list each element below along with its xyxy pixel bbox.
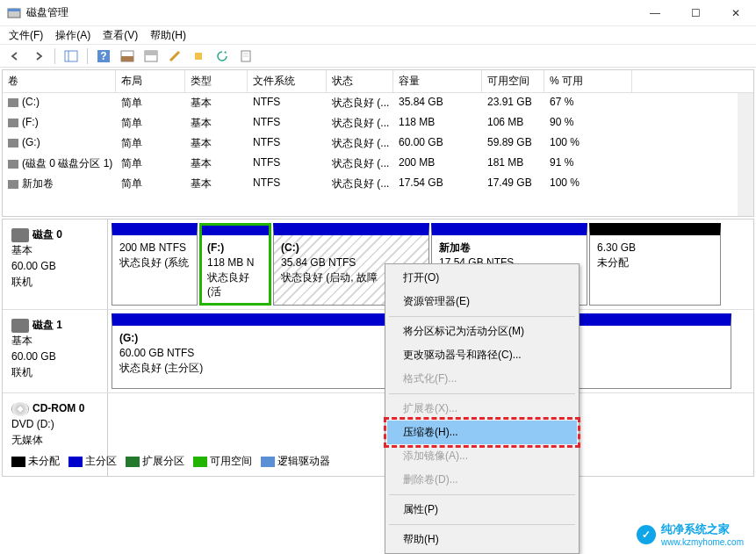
disk-icon xyxy=(11,228,29,242)
action2-button[interactable] xyxy=(189,47,208,66)
col-volume[interactable]: 卷 xyxy=(3,70,116,92)
toolbar: ? xyxy=(0,45,756,68)
ctx-props[interactable]: 属性(P) xyxy=(387,498,577,522)
panel-button[interactable] xyxy=(118,47,137,66)
col-status[interactable]: 状态 xyxy=(327,70,393,92)
watermark-brand: 纯净系统之家 xyxy=(661,522,744,537)
svg-rect-1 xyxy=(8,9,20,11)
ctx-format[interactable]: 格式化(F)... xyxy=(387,367,577,391)
action1-button[interactable] xyxy=(165,47,184,66)
context-menu: 打开(O) 资源管理器(E) 将分区标记为活动分区(M) 更改驱动器号和路径(C… xyxy=(385,263,580,554)
ctx-changeletter[interactable]: 更改驱动器号和路径(C)... xyxy=(387,343,577,367)
svg-rect-9 xyxy=(145,51,157,55)
table-body[interactable]: (C:)简单基本NTFS状态良好 (...35.84 GB23.91 GB67 … xyxy=(3,93,753,216)
partition[interactable]: 6.30 GB未分配 xyxy=(589,223,721,306)
menu-action[interactable]: 操作(A) xyxy=(55,28,90,43)
ctx-extend[interactable]: 扩展卷(X)... xyxy=(387,397,577,421)
col-pctfree[interactable]: % 可用 xyxy=(544,70,632,92)
col-layout[interactable]: 布局 xyxy=(116,70,185,92)
titlebar: 磁盘管理 — ☐ ✕ xyxy=(0,0,756,26)
table-row[interactable]: 新加卷简单基本NTFS状态良好 (...17.54 GB17.49 GB100 … xyxy=(3,174,738,194)
table-row[interactable]: (G:)简单基本NTFS状态良好 (...60.00 GB59.89 GB100… xyxy=(3,133,738,154)
col-type[interactable]: 类型 xyxy=(185,70,248,92)
table-row[interactable]: (F:)简单基本NTFS状态良好 (...118 MB106 MB90 % xyxy=(3,113,738,133)
col-capacity[interactable]: 容量 xyxy=(393,70,482,92)
maximize-button[interactable]: ☐ xyxy=(675,0,716,26)
help-button[interactable]: ? xyxy=(94,47,113,66)
ctx-delete[interactable]: 删除卷(D)... xyxy=(387,468,577,492)
menu-view[interactable]: 查看(V) xyxy=(103,28,138,43)
col-freespace[interactable]: 可用空间 xyxy=(482,70,544,92)
table-row[interactable]: (磁盘 0 磁盘分区 1)简单基本NTFS状态良好 (...200 MB181 … xyxy=(3,154,738,174)
watermark-logo-icon: ✓ xyxy=(637,525,656,544)
ctx-mirror[interactable]: 添加镜像(A)... xyxy=(387,444,577,468)
menu-help[interactable]: 帮助(H) xyxy=(150,28,186,43)
ctx-help[interactable]: 帮助(H) xyxy=(387,528,577,551)
watermark: ✓ 纯净系统之家 www.kzmyhome.com xyxy=(630,520,751,549)
disk-row: 磁盘 0基本60.00 GB联机200 MB NTFS状态良好 (系统(F:)1… xyxy=(3,219,753,309)
watermark-url: www.kzmyhome.com xyxy=(661,537,744,547)
ctx-open[interactable]: 打开(O) xyxy=(387,266,577,290)
forward-button[interactable] xyxy=(29,47,48,66)
svg-text:?: ? xyxy=(100,50,106,62)
table-row[interactable]: (C:)简单基本NTFS状态良好 (...35.84 GB23.91 GB67 … xyxy=(3,93,738,113)
props-button[interactable] xyxy=(236,47,256,66)
refresh-button[interactable] xyxy=(212,47,232,66)
cdrom-icon xyxy=(11,402,29,416)
back-button[interactable] xyxy=(5,47,25,66)
legend-item: 未分配 xyxy=(11,454,60,469)
ctx-shrink[interactable]: 压缩卷(H)... xyxy=(387,421,577,444)
legend-item: 逻辑驱动器 xyxy=(261,454,330,469)
minimize-button[interactable]: — xyxy=(635,0,675,26)
window-title: 磁盘管理 xyxy=(26,5,635,20)
close-button[interactable]: ✕ xyxy=(716,0,756,26)
app-icon xyxy=(7,6,21,20)
ctx-active[interactable]: 将分区标记为活动分区(M) xyxy=(387,320,577,343)
disk-graph: 磁盘 0基本60.00 GB联机200 MB NTFS状态良好 (系统(F:)1… xyxy=(2,219,754,477)
svg-rect-2 xyxy=(65,51,77,61)
menu-file[interactable]: 文件(F) xyxy=(9,28,43,43)
legend-item: 主分区 xyxy=(68,454,117,469)
legend-item: 扩展分区 xyxy=(126,454,184,469)
ctx-explorer[interactable]: 资源管理器(E) xyxy=(387,290,577,313)
partition[interactable]: (F:)118 MB N状态良好 (活 xyxy=(199,223,271,306)
table-header[interactable]: 卷 布局 类型 文件系统 状态 容量 可用空间 % 可用 xyxy=(3,70,753,93)
svg-rect-10 xyxy=(195,53,202,60)
disk-icon xyxy=(11,319,29,333)
partition[interactable]: 200 MB NTFS状态良好 (系统 xyxy=(112,223,198,306)
volume-table: 卷 布局 类型 文件系统 状态 容量 可用空间 % 可用 (C:)简单基本NTF… xyxy=(2,69,754,217)
menubar: 文件(F) 操作(A) 查看(V) 帮助(H) xyxy=(0,26,756,45)
legend-item: 可用空间 xyxy=(193,454,252,469)
col-fs[interactable]: 文件系统 xyxy=(248,70,327,92)
list-button[interactable] xyxy=(141,47,161,66)
svg-rect-7 xyxy=(121,56,133,61)
disk-row: 磁盘 1基本60.00 GB联机(G:)60.00 GB NTFS状态良好 (主… xyxy=(3,309,753,392)
legend: 未分配主分区扩展分区可用空间逻辑驱动器 xyxy=(6,450,335,472)
show-tree-button[interactable] xyxy=(61,47,81,66)
